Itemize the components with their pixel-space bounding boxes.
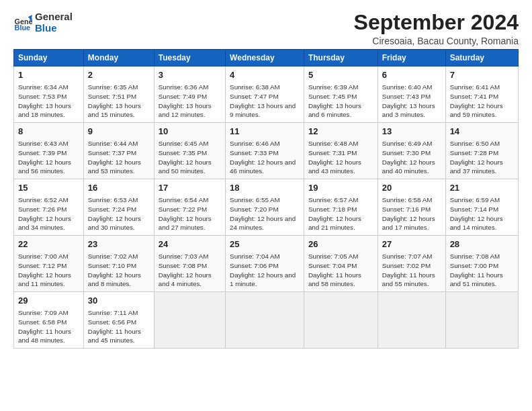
calendar-cell: 12Sunrise: 6:48 AM Sunset: 7:31 PM Dayli… xyxy=(304,123,378,179)
calendar-cell: 13Sunrise: 6:49 AM Sunset: 7:30 PM Dayli… xyxy=(378,123,445,179)
day-number: 23 xyxy=(88,238,150,250)
day-info: Sunrise: 7:05 AM Sunset: 7:04 PM Dayligh… xyxy=(308,252,373,289)
calendar-body: 1Sunrise: 6:34 AM Sunset: 7:53 PM Daylig… xyxy=(14,66,519,349)
day-info: Sunrise: 7:02 AM Sunset: 7:10 PM Dayligh… xyxy=(88,252,150,289)
day-number: 11 xyxy=(230,126,300,138)
day-info: Sunrise: 7:00 AM Sunset: 7:12 PM Dayligh… xyxy=(18,252,79,289)
day-number: 24 xyxy=(159,238,221,250)
day-number: 28 xyxy=(450,238,514,250)
day-number: 27 xyxy=(382,238,441,250)
day-number: 15 xyxy=(18,182,79,194)
calendar-cell: 16Sunrise: 6:53 AM Sunset: 7:24 PM Dayli… xyxy=(83,179,154,236)
day-number: 5 xyxy=(308,69,373,81)
calendar-cell: 7Sunrise: 6:41 AM Sunset: 7:41 PM Daylig… xyxy=(445,66,518,123)
day-number: 22 xyxy=(18,238,79,250)
day-info: Sunrise: 6:50 AM Sunset: 7:28 PM Dayligh… xyxy=(450,139,514,176)
calendar-cell: 23Sunrise: 7:02 AM Sunset: 7:10 PM Dayli… xyxy=(83,236,154,292)
calendar-cell xyxy=(445,292,518,349)
day-info: Sunrise: 6:57 AM Sunset: 7:18 PM Dayligh… xyxy=(308,195,373,232)
logo-icon: General Blue xyxy=(13,13,32,32)
calendar-cell: 6Sunrise: 6:40 AM Sunset: 7:43 PM Daylig… xyxy=(378,66,445,123)
week-row: 29Sunrise: 7:09 AM Sunset: 6:58 PM Dayli… xyxy=(14,292,519,349)
calendar-header: SundayMondayTuesdayWednesdayThursdayFrid… xyxy=(14,50,519,66)
day-number: 2 xyxy=(88,69,150,81)
calendar-cell xyxy=(154,292,225,349)
title-block: September 2024 Ciresoaia, Bacau County, … xyxy=(354,11,519,46)
day-info: Sunrise: 7:11 AM Sunset: 6:56 PM Dayligh… xyxy=(88,308,150,345)
calendar-cell: 27Sunrise: 7:07 AM Sunset: 7:02 PM Dayli… xyxy=(378,236,445,292)
logo-line2: Blue xyxy=(35,22,73,34)
day-number: 8 xyxy=(18,126,79,138)
calendar-cell: 9Sunrise: 6:44 AM Sunset: 7:37 PM Daylig… xyxy=(83,123,154,179)
day-number: 3 xyxy=(159,69,221,81)
day-info: Sunrise: 6:54 AM Sunset: 7:22 PM Dayligh… xyxy=(159,195,221,232)
column-header-thursday: Thursday xyxy=(304,50,378,66)
calendar-cell: 11Sunrise: 6:46 AM Sunset: 7:33 PM Dayli… xyxy=(226,123,304,179)
calendar-cell: 30Sunrise: 7:11 AM Sunset: 6:56 PM Dayli… xyxy=(83,292,154,349)
day-number: 21 xyxy=(450,182,514,194)
calendar-table: SundayMondayTuesdayWednesdayThursdayFrid… xyxy=(13,49,519,349)
day-number: 7 xyxy=(450,69,514,81)
day-number: 4 xyxy=(230,69,300,81)
day-number: 20 xyxy=(382,182,441,194)
day-info: Sunrise: 6:49 AM Sunset: 7:30 PM Dayligh… xyxy=(382,139,441,176)
calendar-cell: 21Sunrise: 6:59 AM Sunset: 7:14 PM Dayli… xyxy=(445,179,518,236)
column-header-friday: Friday xyxy=(378,50,445,66)
column-header-monday: Monday xyxy=(83,50,154,66)
logo-line1: General xyxy=(35,11,73,22)
calendar-cell: 10Sunrise: 6:45 AM Sunset: 7:35 PM Dayli… xyxy=(154,123,225,179)
calendar-cell: 14Sunrise: 6:50 AM Sunset: 7:28 PM Dayli… xyxy=(445,123,518,179)
svg-text:Blue: Blue xyxy=(15,24,31,32)
calendar-cell: 22Sunrise: 7:00 AM Sunset: 7:12 PM Dayli… xyxy=(14,236,84,292)
page-container: General Blue General Blue September 2024… xyxy=(0,0,532,355)
calendar-cell xyxy=(378,292,445,349)
subtitle: Ciresoaia, Bacau County, Romania xyxy=(354,36,519,46)
day-number: 17 xyxy=(159,182,221,194)
header: General Blue General Blue September 2024… xyxy=(13,11,519,46)
day-info: Sunrise: 6:41 AM Sunset: 7:41 PM Dayligh… xyxy=(450,83,514,120)
day-number: 13 xyxy=(382,126,441,138)
main-title: September 2024 xyxy=(354,11,519,34)
calendar-cell: 20Sunrise: 6:58 AM Sunset: 7:16 PM Dayli… xyxy=(378,179,445,236)
day-info: Sunrise: 7:04 AM Sunset: 7:06 PM Dayligh… xyxy=(230,252,300,289)
calendar-cell: 15Sunrise: 6:52 AM Sunset: 7:26 PM Dayli… xyxy=(14,179,84,236)
logo-text: General Blue xyxy=(35,11,73,34)
day-number: 14 xyxy=(450,126,514,138)
day-number: 6 xyxy=(382,69,441,81)
calendar-cell: 2Sunrise: 6:35 AM Sunset: 7:51 PM Daylig… xyxy=(83,66,154,123)
day-info: Sunrise: 7:03 AM Sunset: 7:08 PM Dayligh… xyxy=(159,252,221,289)
calendar-cell: 24Sunrise: 7:03 AM Sunset: 7:08 PM Dayli… xyxy=(154,236,225,292)
day-info: Sunrise: 6:43 AM Sunset: 7:39 PM Dayligh… xyxy=(18,139,79,176)
day-info: Sunrise: 6:46 AM Sunset: 7:33 PM Dayligh… xyxy=(230,139,300,176)
day-number: 18 xyxy=(230,182,300,194)
calendar-cell: 29Sunrise: 7:09 AM Sunset: 6:58 PM Dayli… xyxy=(14,292,84,349)
calendar-cell: 28Sunrise: 7:08 AM Sunset: 7:00 PM Dayli… xyxy=(445,236,518,292)
day-info: Sunrise: 6:34 AM Sunset: 7:53 PM Dayligh… xyxy=(18,83,79,120)
week-row: 22Sunrise: 7:00 AM Sunset: 7:12 PM Dayli… xyxy=(14,236,519,292)
day-info: Sunrise: 6:53 AM Sunset: 7:24 PM Dayligh… xyxy=(88,195,150,232)
column-header-tuesday: Tuesday xyxy=(154,50,225,66)
day-number: 16 xyxy=(88,182,150,194)
day-number: 26 xyxy=(308,238,373,250)
calendar-cell: 4Sunrise: 6:38 AM Sunset: 7:47 PM Daylig… xyxy=(226,66,304,123)
day-info: Sunrise: 6:44 AM Sunset: 7:37 PM Dayligh… xyxy=(88,139,150,176)
day-info: Sunrise: 6:58 AM Sunset: 7:16 PM Dayligh… xyxy=(382,195,441,232)
day-info: Sunrise: 6:35 AM Sunset: 7:51 PM Dayligh… xyxy=(88,83,150,120)
day-info: Sunrise: 7:07 AM Sunset: 7:02 PM Dayligh… xyxy=(382,252,441,289)
calendar-cell: 18Sunrise: 6:55 AM Sunset: 7:20 PM Dayli… xyxy=(226,179,304,236)
calendar-cell: 26Sunrise: 7:05 AM Sunset: 7:04 PM Dayli… xyxy=(304,236,378,292)
week-row: 1Sunrise: 6:34 AM Sunset: 7:53 PM Daylig… xyxy=(14,66,519,123)
day-number: 1 xyxy=(18,69,79,81)
calendar-cell xyxy=(226,292,304,349)
day-number: 12 xyxy=(308,126,373,138)
day-number: 9 xyxy=(88,126,150,138)
calendar-cell: 19Sunrise: 6:57 AM Sunset: 7:18 PM Dayli… xyxy=(304,179,378,236)
day-info: Sunrise: 7:08 AM Sunset: 7:00 PM Dayligh… xyxy=(450,252,514,289)
calendar-cell: 25Sunrise: 7:04 AM Sunset: 7:06 PM Dayli… xyxy=(226,236,304,292)
calendar-cell: 5Sunrise: 6:39 AM Sunset: 7:45 PM Daylig… xyxy=(304,66,378,123)
day-info: Sunrise: 6:48 AM Sunset: 7:31 PM Dayligh… xyxy=(308,139,373,176)
day-info: Sunrise: 6:55 AM Sunset: 7:20 PM Dayligh… xyxy=(230,195,300,232)
day-info: Sunrise: 6:39 AM Sunset: 7:45 PM Dayligh… xyxy=(308,83,373,120)
calendar-cell: 1Sunrise: 6:34 AM Sunset: 7:53 PM Daylig… xyxy=(14,66,84,123)
logo: General Blue General Blue xyxy=(13,11,73,34)
